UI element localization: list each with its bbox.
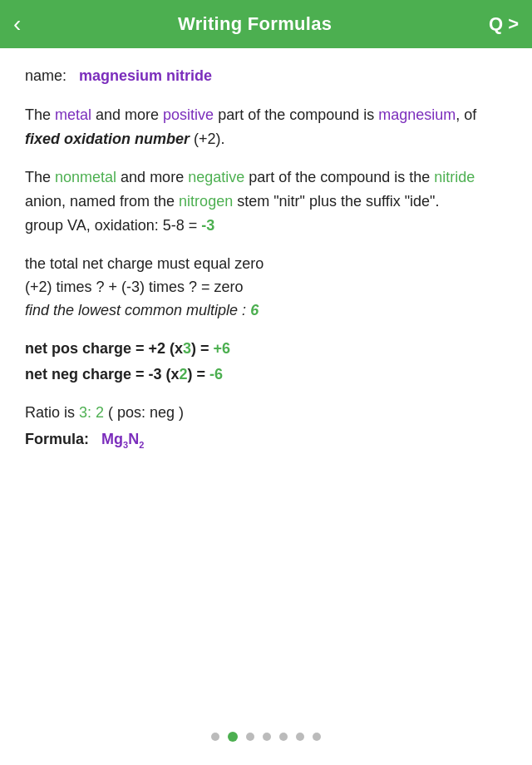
- para1-text2: and more: [91, 106, 163, 123]
- net-pos-x: 3: [183, 340, 191, 357]
- formula-sub2: 2: [139, 440, 144, 450]
- para1-magnesium: magnesium: [378, 106, 456, 123]
- net-pos-post: ) =: [191, 340, 214, 357]
- para2-nitrogen: nitrogen: [179, 193, 233, 210]
- para2-group: group VA, oxidation: 5-8 =: [25, 217, 201, 234]
- formula-label: Formula:: [25, 431, 89, 447]
- net-pos-pre: net pos charge = +2 (x: [25, 340, 183, 357]
- net-neg-line: net neg charge = -3 (x2) = -6: [25, 363, 507, 387]
- ratio-pre: Ratio is: [25, 404, 79, 421]
- name-line: name: magnesium nitride: [25, 65, 507, 88]
- para2-text2: and more: [116, 169, 188, 185]
- charge-lcm: find the lowest common multiple : 6: [25, 299, 507, 323]
- pagination-dot-3[interactable]: [263, 733, 271, 741]
- name-label: name:: [25, 67, 66, 84]
- para2-negative: negative: [188, 169, 244, 185]
- pagination-dot-0[interactable]: [211, 733, 219, 741]
- para1-bold-text: fixed oxidation number: [25, 131, 190, 147]
- charge-lcm-val: 6: [250, 302, 259, 318]
- ratio-section: Ratio is 3: 2 ( pos: neg ): [25, 402, 507, 425]
- para1-metal: metal: [55, 106, 91, 123]
- para2-nitride: nitride: [434, 169, 475, 185]
- para2-nonmetal: nonmetal: [55, 169, 116, 185]
- para1-text5: (+2).: [190, 131, 225, 147]
- net-neg-x: 2: [180, 366, 188, 382]
- para2-text3: part of the compound is the: [244, 169, 434, 185]
- para1-text1: The: [25, 106, 55, 123]
- ratio-post: ( pos: neg ): [104, 404, 184, 421]
- pagination-dots: [0, 732, 532, 742]
- app-header: ‹ Writing Formulas Q >: [0, 0, 532, 48]
- formula-n: N: [128, 431, 139, 447]
- net-charges: net pos charge = +2 (x3) = +6 net neg ch…: [25, 338, 507, 387]
- formula-display: Mg3N2: [101, 431, 144, 447]
- compound-name: magnesium nitride: [79, 67, 212, 84]
- formula-mg: Mg: [101, 431, 123, 447]
- para2-text1: The: [25, 169, 55, 185]
- pagination-dot-1[interactable]: [228, 732, 238, 742]
- paragraph-2: The nonmetal and more negative part of t…: [25, 165, 507, 237]
- formula-line: Formula: Mg3N2: [25, 428, 507, 452]
- charge-line0: the total net charge must equal zero: [25, 253, 507, 276]
- paragraph-1: The metal and more positive part of the …: [25, 103, 507, 151]
- pagination-dot-6[interactable]: [313, 733, 321, 741]
- para1-text4: , of: [456, 106, 476, 123]
- net-pos-val: +6: [214, 340, 231, 357]
- para2-text4: anion, named from the: [25, 193, 179, 210]
- back-button[interactable]: ‹: [13, 12, 21, 36]
- para2-text5: stem "nitr" plus the suffix "ide".: [233, 193, 439, 210]
- charge-lcm-pre: find the lowest common multiple :: [25, 302, 250, 318]
- para1-text3: part of the compound is: [214, 106, 378, 123]
- charge-line1: (+2) times ? + (-3) times ? = zero: [25, 276, 507, 299]
- para1-positive: positive: [163, 106, 214, 123]
- ratio-val: 3: 2: [79, 404, 104, 421]
- pagination-dot-5[interactable]: [296, 733, 304, 741]
- q-button[interactable]: Q >: [489, 13, 519, 35]
- main-content: name: magnesium nitride The metal and mo…: [0, 48, 532, 519]
- charge-section: the total net charge must equal zero (+2…: [25, 253, 507, 323]
- net-neg-pre: net neg charge = -3 (x: [25, 366, 180, 382]
- pagination-dot-2[interactable]: [246, 733, 254, 741]
- net-neg-post: ) =: [188, 366, 210, 382]
- net-pos-line: net pos charge = +2 (x3) = +6: [25, 338, 507, 361]
- para2-neg3: -3: [201, 217, 214, 234]
- page-title: Writing Formulas: [178, 13, 332, 35]
- pagination-dot-4[interactable]: [279, 733, 288, 741]
- net-neg-val: -6: [209, 366, 223, 382]
